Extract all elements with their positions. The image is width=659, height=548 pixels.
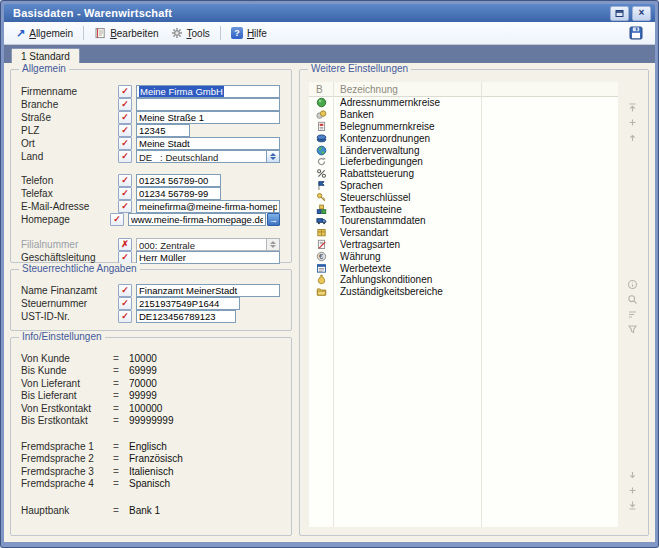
main-content: Allgemein Firmenname✓Meine Firma GmbH Br… [4, 63, 655, 542]
list-item-belegnummernkreise[interactable]: Belegnummernkreise [309, 121, 618, 133]
fremdsprache2-label: Fremdsprache 2 [21, 453, 113, 464]
steuerschluessel-icon [309, 192, 333, 203]
list-item-waehrung[interactable]: €Währung [309, 250, 618, 262]
save-icon [629, 26, 643, 40]
list-item-versandart[interactable]: Versandart [309, 227, 618, 239]
menu-bearbeiten[interactable]: Bearbeiten [88, 25, 164, 41]
branche-field[interactable] [136, 98, 280, 111]
close-button[interactable]: × [632, 6, 651, 21]
search-icon[interactable] [627, 294, 638, 305]
kontenzuordnungen-icon [309, 133, 333, 144]
save-button[interactable] [623, 24, 649, 42]
check-icon[interactable]: ✓ [118, 111, 132, 124]
list-item-label: Belegnummernkreise [333, 121, 435, 132]
list-item-werbetexte[interactable]: Werbetexte [309, 262, 618, 274]
plz-label: PLZ [21, 125, 118, 136]
telefax-field[interactable] [136, 187, 221, 200]
telefon-field[interactable] [136, 174, 221, 187]
list-item-zustaendigkeitsbereiche[interactable]: Zuständigkeitsbereiche [309, 286, 618, 298]
land-select[interactable]: DE : Deutschland [136, 150, 280, 163]
firmenname-field[interactable]: Meine Firma GmbH [136, 85, 280, 98]
check-icon[interactable]: ✓ [118, 284, 132, 297]
homepage-label: Homepage [21, 214, 110, 225]
expand-icon[interactable] [627, 117, 638, 128]
tab-standard[interactable]: 1 Standard [11, 48, 80, 63]
check-icon[interactable]: ✓ [118, 310, 132, 323]
list-item-adressnummernkreise[interactable]: Adressnummernkreise [309, 97, 618, 109]
list-item-kontenzuordnungen[interactable]: Kontenzuordnungen [309, 132, 618, 144]
menu-hilfe-label: Hilfe [247, 28, 267, 39]
bis-lieferant-value: 99999 [129, 390, 157, 401]
equals-icon: = [113, 378, 129, 389]
check-icon[interactable]: ✓ [118, 150, 132, 163]
list-item-rabattsteuerung[interactable]: Rabattsteuerung [309, 168, 618, 180]
steuernummer-field[interactable] [136, 297, 240, 310]
list-item-label: Steuerschlüssel [333, 192, 411, 203]
textbausteine-icon [309, 204, 333, 215]
check-icon[interactable]: ✓ [118, 187, 132, 200]
check-icon[interactable]: ✓ [118, 174, 132, 187]
versandart-icon [309, 227, 333, 238]
check-icon[interactable]: ✓ [118, 124, 132, 137]
cross-icon[interactable]: ✗ [118, 238, 132, 251]
fremdsprache4-label: Fremdsprache 4 [21, 478, 113, 489]
check-icon[interactable]: ✓ [118, 85, 132, 98]
check-icon[interactable]: ✓ [118, 98, 132, 111]
menu-tools[interactable]: Tools [165, 25, 216, 41]
column-b[interactable]: B [309, 84, 333, 95]
restore-button[interactable] [610, 6, 629, 21]
list-item-textbausteine[interactable]: Textbausteine [309, 203, 618, 215]
menu-allgemein[interactable]: ↗ Allgemein [10, 25, 79, 42]
finanzamt-field[interactable] [136, 284, 280, 297]
check-icon[interactable]: ✓ [118, 297, 132, 310]
collapse-icon[interactable] [627, 485, 638, 496]
sort-icon[interactable] [627, 309, 638, 320]
scroll-down-icon[interactable] [627, 470, 638, 481]
equals-icon: = [113, 505, 129, 516]
list-nav-strip [624, 84, 640, 525]
list-item-vertragsarten[interactable]: Vertragsarten [309, 239, 618, 251]
list-item-lieferbedingungen[interactable]: Lieferbedingungen [309, 156, 618, 168]
column-bezeichnung[interactable]: Bezeichnung [333, 84, 398, 95]
menu-hilfe[interactable]: ? Hilfe [225, 25, 273, 41]
list-item-sprachen[interactable]: Sprachen [309, 180, 618, 192]
strasse-field[interactable] [136, 111, 280, 124]
email-field[interactable] [136, 200, 280, 213]
arrow-ne-icon: ↗ [16, 27, 25, 40]
list-item-tourenstammdaten[interactable]: Tourenstammdaten [309, 215, 618, 227]
check-icon[interactable]: ✓ [110, 213, 124, 226]
group-info: Info/Einstellungen Von Kunde=10000 Bis K… [10, 337, 292, 536]
von-erstkontakt-label: Von Erstkontakt [21, 403, 113, 414]
filialnummer-select[interactable]: 000: Zentrale [136, 238, 280, 251]
close-icon: × [639, 8, 645, 18]
layout-icon[interactable] [627, 279, 638, 290]
check-icon[interactable]: ✓ [118, 200, 132, 213]
equals-icon: = [113, 478, 129, 489]
filter-icon[interactable] [627, 324, 638, 335]
list-item-zahlungskonditionen[interactable]: Zahlungskonditionen [309, 274, 618, 286]
belegnummernkreise-icon [309, 121, 333, 132]
homepage-field[interactable] [128, 213, 266, 226]
list-item-steuerschluessel[interactable]: Steuerschlüssel [309, 191, 618, 203]
titlebar[interactable]: Basisdaten - Warenwirtschaft × [4, 4, 655, 22]
geschaeftsleitung-field[interactable] [136, 251, 280, 264]
tourenstammdaten-icon [309, 215, 333, 226]
list-header[interactable]: B Bezeichnung [309, 82, 618, 97]
settings-list[interactable]: B Bezeichnung Adressnummernkreise Banken… [309, 82, 618, 527]
check-icon[interactable]: ✓ [118, 137, 132, 150]
open-homepage-button[interactable]: → [267, 213, 280, 226]
list-item-label: Zuständigkeitsbereiche [333, 286, 443, 297]
lieferbedingungen-icon [309, 156, 333, 167]
scroll-bottom-icon[interactable] [627, 500, 638, 511]
ustid-field[interactable] [136, 310, 236, 323]
list-item-laenderverwaltung[interactable]: Länderverwaltung [309, 144, 618, 156]
finanzamt-label: Name Finanzamt [21, 285, 118, 296]
equals-icon: = [113, 415, 129, 426]
scroll-top-icon[interactable] [627, 102, 638, 113]
dropdown-spinner-icon[interactable] [266, 151, 279, 162]
plz-field[interactable] [136, 124, 190, 137]
scroll-up-icon[interactable] [627, 132, 638, 143]
list-item-banken[interactable]: Banken [309, 109, 618, 121]
ort-field[interactable] [136, 137, 280, 150]
firmenname-label: Firmenname [21, 86, 118, 97]
